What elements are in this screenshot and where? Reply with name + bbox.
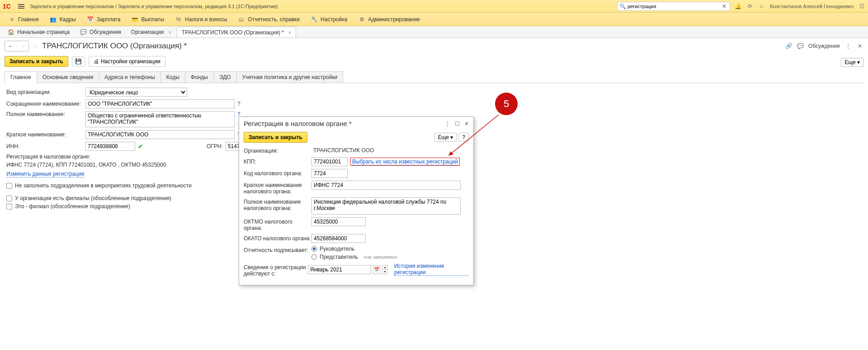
home-icon: 🏠 <box>7 28 14 36</box>
org-type-label: Вид организации: <box>6 89 85 95</box>
main-nav: ≡Главное 👥Кадры 📅Зарплата 💳Выплаты %Нало… <box>0 13 868 26</box>
nav-nalogi[interactable]: %Налоги и взносы <box>170 14 231 25</box>
back-button[interactable]: ← <box>5 41 17 51</box>
bell-icon[interactable]: 🔔 <box>735 3 742 10</box>
save-button[interactable]: 💾 <box>72 56 85 66</box>
button-label: Еще <box>438 134 449 140</box>
menu-icon[interactable] <box>16 2 26 10</box>
nav-label: Настройка <box>321 16 347 23</box>
save-close-button[interactable]: Записать и закрыть <box>5 56 68 67</box>
dlg-more-button[interactable]: Еще ▾ <box>434 133 457 142</box>
payments-icon: 💳 <box>131 16 138 23</box>
dlg-shortname-input[interactable] <box>311 181 461 190</box>
inn-label: ИНН: <box>6 143 85 149</box>
brief-name-input[interactable] <box>85 130 235 139</box>
calendar-icon[interactable]: 📅 <box>373 265 380 274</box>
subtab-codes[interactable]: Коды <box>160 71 185 83</box>
nav-admin[interactable]: ⚙Администрирование <box>354 14 424 25</box>
date-stepper[interactable]: ▲▼ <box>382 265 388 274</box>
app-logo: 1С <box>3 3 13 10</box>
subtab-edo[interactable]: ЭДО <box>213 71 237 83</box>
settings-icon[interactable]: ☷ <box>858 3 865 10</box>
dlg-oktmo-label: ОКТМО налогового органа: <box>244 217 311 231</box>
kebab-icon[interactable]: ⋮ <box>844 42 852 50</box>
search-icon: 🔍 <box>619 3 627 10</box>
full-name-label: Полное наименование: <box>6 111 85 117</box>
checkbox-is-branch[interactable] <box>6 204 12 210</box>
checkbox-label: Не заполнять подразделения в мероприятия… <box>15 182 192 189</box>
button-label: Настройки организации <box>101 58 160 65</box>
kebab-icon[interactable]: ⋮ <box>445 121 450 127</box>
dlg-help-button[interactable]: ? <box>458 133 469 142</box>
button-label: Еще <box>844 59 855 65</box>
highlight-box: Выбрать из числа известных регистраций <box>350 158 460 166</box>
annotation-badge: 5 <box>495 93 518 115</box>
radio-label: Руководитель <box>320 246 354 252</box>
short-name-input[interactable] <box>85 99 235 108</box>
tab-home[interactable]: 🏠Начальная страница <box>3 27 74 37</box>
tab-discussions[interactable]: 💬Обсуждения <box>75 27 126 37</box>
dlg-taxcode-input[interactable] <box>311 169 348 178</box>
nav-label: Отчетность, справки <box>248 16 300 23</box>
home-icon: ≡ <box>8 16 15 23</box>
user-name[interactable]: Константинов Алексей Геннадиевич <box>770 4 854 9</box>
nav-otchet[interactable]: 🗂Отчетность, справки <box>233 14 304 25</box>
radio-representative[interactable] <box>311 254 317 260</box>
org-type-select[interactable]: Юридическое лицо <box>85 88 187 97</box>
tab-active-org[interactable]: ТРАНСЛОГИСТИК ООО (Организация) *× <box>177 27 297 37</box>
subtab-main[interactable]: Главное <box>5 71 37 83</box>
dlg-kpp-input[interactable] <box>311 157 348 166</box>
dlg-kpp-label: КПП: <box>244 157 311 165</box>
dialog-title: Регистрация в налоговом органе * <box>244 120 352 127</box>
checkbox-label: У организации есть филиалы (обособленные… <box>15 195 171 201</box>
checkbox-label: Это - филиал (обособленное подразделение… <box>15 203 130 210</box>
registration-dialog: Регистрация в налоговом органе * ⋮ ☐ ✕ З… <box>239 117 474 285</box>
dlg-since-input[interactable] <box>308 265 371 274</box>
maximize-icon[interactable]: ☐ <box>455 121 460 127</box>
dlg-org-label: Организация: <box>244 146 311 154</box>
radio-leader[interactable] <box>311 246 317 252</box>
history-icon[interactable]: ⟳ <box>746 3 754 10</box>
search-input[interactable] <box>627 3 721 10</box>
discuss-label[interactable]: Обсуждение <box>808 43 840 49</box>
history-link[interactable]: История изменения регистрации <box>394 263 469 276</box>
close-icon[interactable]: ✕ <box>464 121 469 127</box>
org-settings-button[interactable]: 🖨 Настройки организации <box>89 56 165 67</box>
print-icon: 🖨 <box>94 58 99 65</box>
star-icon[interactable]: ☆ <box>758 3 765 10</box>
subtab-basic[interactable]: Основные сведения <box>37 71 99 83</box>
checkbox-has-branches[interactable] <box>6 196 12 201</box>
more-button[interactable]: Еще ▾ <box>841 58 863 67</box>
close-icon[interactable]: × <box>288 30 291 35</box>
nav-label: Зарплата <box>97 16 121 23</box>
dlg-okato-input[interactable] <box>311 234 366 243</box>
chat-icon[interactable]: 💬 <box>797 42 804 50</box>
close-icon[interactable]: × <box>168 29 171 35</box>
subtab-funds[interactable]: Фонды <box>185 71 214 83</box>
select-known-registrations-link[interactable]: Выбрать из числа известных регистраций <box>352 159 458 165</box>
favorite-star-icon[interactable]: ☆ <box>33 42 38 50</box>
nav-nastroyka[interactable]: 🔧Настройка <box>306 14 352 25</box>
edit-registration-link[interactable]: Изменить данные регистрации <box>6 171 85 177</box>
app-title: Зарплата и управление персоналом / Зарпл… <box>30 4 278 9</box>
dlg-save-close-button[interactable]: Записать и закрыть <box>244 132 307 143</box>
subtab-addresses[interactable]: Адреса и телефоны <box>99 71 161 83</box>
clear-icon[interactable]: ✕ <box>721 3 728 10</box>
inn-input[interactable] <box>85 142 135 151</box>
link-icon[interactable]: 🔗 <box>785 42 792 50</box>
nav-vyplaty[interactable]: 💳Выплаты <box>127 14 169 25</box>
dlg-oktmo-input[interactable] <box>311 217 366 226</box>
help-icon[interactable]: ? <box>237 101 241 107</box>
subtab-policy[interactable]: Учетная политика и другие настройки <box>236 71 344 83</box>
tab-organizations[interactable]: Организации× <box>127 27 176 37</box>
nav-kadry[interactable]: 👥Кадры <box>45 14 80 25</box>
nav-zarplata[interactable]: 📅Зарплата <box>82 14 125 25</box>
dlg-fullname-input[interactable]: Инспекция федеральной налоговой службы 7… <box>311 197 461 215</box>
check-icon: ✔ <box>138 143 143 150</box>
nav-main[interactable]: ≡Главное <box>4 14 43 25</box>
checkbox-no-divisions[interactable] <box>6 183 12 189</box>
close-icon[interactable]: ✕ <box>856 42 863 50</box>
global-search[interactable]: 🔍 ✕ <box>617 2 730 11</box>
not-filled-label: <не заполнен> <box>363 254 398 260</box>
full-name-input[interactable]: Общество с ограниченной ответственностью… <box>85 111 235 127</box>
